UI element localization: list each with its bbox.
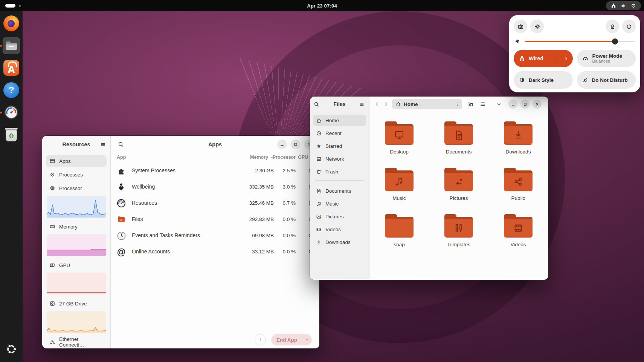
sidebar-item-network[interactable]: Network: [313, 153, 366, 164]
dock-item-app-center[interactable]: A: [2, 59, 20, 77]
maximize-button[interactable]: [291, 140, 301, 149]
folder-templates[interactable]: Templates: [429, 209, 488, 255]
back-button[interactable]: [374, 101, 380, 107]
do-not-disturb-tile[interactable]: Do Not Disturb: [577, 71, 636, 89]
wired-tile[interactable]: Wired: [514, 50, 573, 67]
column-app[interactable]: App: [117, 155, 126, 160]
end-app-label: End App: [271, 337, 302, 343]
folder-downloads[interactable]: Downloads: [488, 116, 548, 163]
files-sidebar-list: Home Recent Starred Network Trash Docu: [310, 112, 369, 248]
sidebar-item-music[interactable]: Music: [313, 198, 366, 209]
minimize-button[interactable]: [508, 100, 517, 109]
sidebar-item-memory[interactable]: Memory: [46, 221, 107, 232]
folder-name: Desktop: [390, 149, 409, 155]
folder-public[interactable]: Public: [488, 163, 548, 209]
network-tray-icon: [611, 3, 616, 8]
folder-desktop[interactable]: Desktop: [369, 116, 429, 163]
forward-button[interactable]: [383, 101, 389, 107]
recent-clock-icon: [316, 130, 322, 136]
resources-main: Apps App Memory Processor GPU System Pro…: [111, 136, 319, 348]
close-button[interactable]: [533, 100, 542, 109]
sidebar-item-home[interactable]: Home: [313, 115, 366, 126]
wellbeing-icon: [116, 182, 127, 192]
online-accounts-icon: @: [116, 247, 127, 257]
volume-slider[interactable]: [525, 41, 635, 42]
sidebar-item-starred[interactable]: Starred: [313, 140, 366, 152]
tile-divider: [556, 53, 556, 64]
folder-documents[interactable]: Documents: [429, 116, 488, 163]
maximize-button[interactable]: [520, 100, 530, 109]
settings-button[interactable]: [530, 20, 544, 33]
column-processor[interactable]: Processor: [273, 155, 296, 160]
search-everywhere-button[interactable]: [465, 99, 475, 109]
table-row[interactable]: Wellbeing 332.35 MB 3.0 % 0.0 %: [111, 179, 319, 195]
sidebar-item-label: Processor: [59, 186, 82, 191]
list-view-button[interactable]: [478, 99, 488, 109]
sidebar-item-documents[interactable]: Documents: [313, 185, 366, 196]
view-options-button[interactable]: [494, 99, 504, 109]
dock-item-resources[interactable]: [2, 103, 20, 121]
kebab-menu-icon[interactable]: [455, 101, 460, 107]
dock-item-firefox[interactable]: [2, 14, 20, 32]
resources-menu-button[interactable]: [100, 142, 106, 147]
table-row[interactable]: Files 292.83 MB 0.0 % 0.0 %: [111, 212, 319, 228]
network-server-icon: [316, 156, 322, 162]
folder-music[interactable]: Music: [369, 163, 429, 209]
search-button[interactable]: [314, 101, 319, 107]
star-icon: [316, 143, 322, 149]
sidebar-item-apps[interactable]: Apps: [46, 155, 107, 167]
dock-item-help[interactable]: ?: [2, 81, 20, 99]
volume-row: [514, 38, 636, 44]
wired-expand-button[interactable]: [560, 56, 573, 61]
system-tray[interactable]: [606, 1, 641, 10]
sidebar-item-downloads[interactable]: Downloads: [313, 236, 366, 248]
sidebar-item-pictures[interactable]: Pictures: [313, 211, 366, 222]
folder-name: Downloads: [506, 149, 531, 155]
lock-button[interactable]: [606, 20, 619, 33]
power-button[interactable]: [622, 20, 636, 33]
folder-videos[interactable]: Videos: [488, 209, 548, 255]
memory-value: 292.83 MB: [249, 216, 274, 222]
location-bar[interactable]: Home: [392, 99, 462, 109]
sidebar-item-drive[interactable]: 27 GB Drive: [46, 298, 107, 309]
table-row[interactable]: @ Online Accounts 33.12 MB 0.0 % 0.0 %: [111, 244, 319, 260]
ethernet-icon: [49, 339, 55, 345]
hamburger-icon: [100, 142, 106, 147]
power-mode-tile[interactable]: Power Mode Balanced: [577, 50, 636, 67]
app-name: Wellbeing: [132, 184, 155, 190]
sidebar-item-processor[interactable]: Processor: [46, 183, 107, 194]
dark-style-tile[interactable]: Dark Style: [514, 71, 573, 89]
memory-value: 2.30 GB: [255, 168, 274, 173]
processor-value: 2.5 %: [282, 168, 296, 173]
table-row[interactable]: Resources 325.46 MB 0.7 % 0.0 %: [111, 195, 319, 212]
dock-item-show-apps[interactable]: [2, 340, 20, 358]
volume-knob[interactable]: [612, 38, 618, 44]
sidebar-item-recent[interactable]: Recent: [313, 127, 366, 139]
info-button[interactable]: i: [255, 334, 266, 345]
sidebar-item-videos[interactable]: Videos: [313, 224, 366, 235]
minimize-button[interactable]: [277, 140, 287, 149]
table-row[interactable]: Events and Tasks Reminders 69.98 MB 0.0 …: [111, 228, 319, 244]
files-dock-icon: [3, 37, 20, 54]
column-gpu[interactable]: GPU: [298, 155, 308, 160]
sidebar-item-label: Home: [325, 118, 339, 123]
column-memory[interactable]: Memory: [250, 155, 274, 160]
folder-pictures[interactable]: Pictures: [429, 163, 488, 209]
sidebar-item-processes[interactable]: Processes: [46, 169, 107, 180]
screenshot-button[interactable]: [514, 20, 527, 33]
video-icon: [316, 227, 322, 232]
files-menu-button[interactable]: [359, 101, 365, 107]
sidebar-item-trash[interactable]: Trash: [313, 166, 366, 177]
sidebar-item-label: GPU: [59, 262, 70, 268]
dock-item-trash[interactable]: ♻: [2, 126, 20, 144]
table-row[interactable]: System Processes 2.30 GB 2.5 % 0.0 %: [111, 163, 319, 179]
sidebar-item-gpu[interactable]: GPU: [46, 259, 107, 271]
folder-snap[interactable]: snap: [369, 209, 429, 255]
sidebar-item-ethernet[interactable]: Ethernet Connecti…: [46, 336, 107, 348]
memory-value: 325.46 MB: [249, 200, 274, 206]
folder-icon: [504, 214, 533, 238]
dock-item-files[interactable]: [2, 37, 20, 55]
end-app-button[interactable]: End App: [271, 334, 312, 345]
end-app-menu-button[interactable]: [302, 337, 312, 342]
clock[interactable]: Apr 23 07:04: [0, 0, 644, 11]
